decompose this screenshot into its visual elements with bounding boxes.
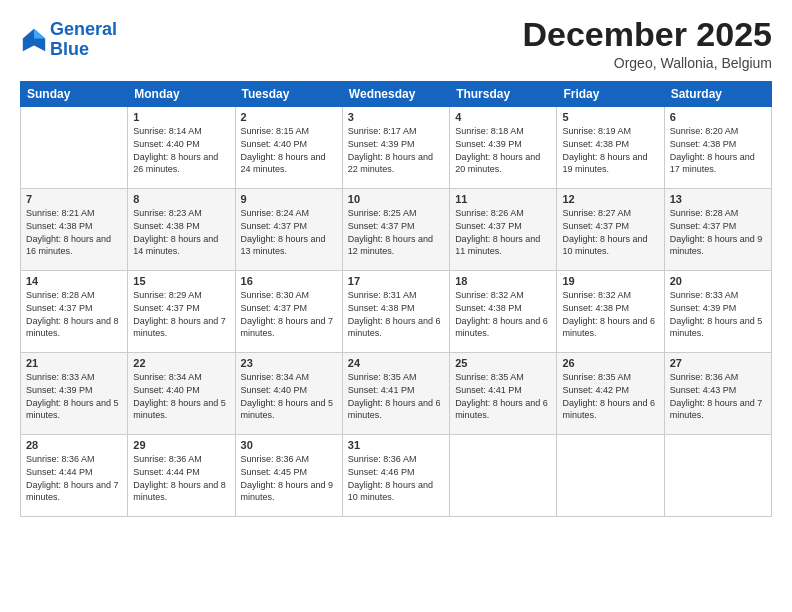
cell-w2-d6: 20Sunrise: 8:33 AMSunset: 4:39 PMDayligh… xyxy=(664,271,771,353)
cell-info: Sunrise: 8:36 AMSunset: 4:45 PMDaylight:… xyxy=(241,453,337,503)
cell-w2-d1: 15Sunrise: 8:29 AMSunset: 4:37 PMDayligh… xyxy=(128,271,235,353)
cell-info: Sunrise: 8:29 AMSunset: 4:37 PMDaylight:… xyxy=(133,289,229,339)
month-title: December 2025 xyxy=(522,16,772,53)
day-number: 6 xyxy=(670,111,766,123)
day-number: 10 xyxy=(348,193,444,205)
day-number: 18 xyxy=(455,275,551,287)
week-row-1: 7Sunrise: 8:21 AMSunset: 4:38 PMDaylight… xyxy=(21,189,772,271)
cell-info: Sunrise: 8:35 AMSunset: 4:41 PMDaylight:… xyxy=(348,371,444,421)
logo-line2: Blue xyxy=(50,39,89,59)
day-number: 12 xyxy=(562,193,658,205)
cell-info: Sunrise: 8:34 AMSunset: 4:40 PMDaylight:… xyxy=(241,371,337,421)
location-subtitle: Orgeo, Wallonia, Belgium xyxy=(522,55,772,71)
day-number: 28 xyxy=(26,439,122,451)
cell-info: Sunrise: 8:36 AMSunset: 4:43 PMDaylight:… xyxy=(670,371,766,421)
cell-w0-d2: 2Sunrise: 8:15 AMSunset: 4:40 PMDaylight… xyxy=(235,107,342,189)
cell-w1-d0: 7Sunrise: 8:21 AMSunset: 4:38 PMDaylight… xyxy=(21,189,128,271)
day-number: 31 xyxy=(348,439,444,451)
cell-info: Sunrise: 8:17 AMSunset: 4:39 PMDaylight:… xyxy=(348,125,444,175)
cell-info: Sunrise: 8:19 AMSunset: 4:38 PMDaylight:… xyxy=(562,125,658,175)
cell-w3-d2: 23Sunrise: 8:34 AMSunset: 4:40 PMDayligh… xyxy=(235,353,342,435)
cell-w1-d5: 12Sunrise: 8:27 AMSunset: 4:37 PMDayligh… xyxy=(557,189,664,271)
cell-info: Sunrise: 8:35 AMSunset: 4:41 PMDaylight:… xyxy=(455,371,551,421)
day-number: 22 xyxy=(133,357,229,369)
cell-info: Sunrise: 8:28 AMSunset: 4:37 PMDaylight:… xyxy=(670,207,766,257)
day-number: 29 xyxy=(133,439,229,451)
page: General Blue December 2025 Orgeo, Wallon… xyxy=(0,0,792,612)
cell-info: Sunrise: 8:27 AMSunset: 4:37 PMDaylight:… xyxy=(562,207,658,257)
day-number: 19 xyxy=(562,275,658,287)
day-number: 23 xyxy=(241,357,337,369)
header-row: Sunday Monday Tuesday Wednesday Thursday… xyxy=(21,82,772,107)
cell-w4-d4 xyxy=(450,435,557,517)
cell-w3-d1: 22Sunrise: 8:34 AMSunset: 4:40 PMDayligh… xyxy=(128,353,235,435)
day-number: 9 xyxy=(241,193,337,205)
cell-w4-d5 xyxy=(557,435,664,517)
th-sunday: Sunday xyxy=(21,82,128,107)
cell-info: Sunrise: 8:18 AMSunset: 4:39 PMDaylight:… xyxy=(455,125,551,175)
day-number: 24 xyxy=(348,357,444,369)
day-number: 13 xyxy=(670,193,766,205)
cell-w1-d4: 11Sunrise: 8:26 AMSunset: 4:37 PMDayligh… xyxy=(450,189,557,271)
cell-info: Sunrise: 8:14 AMSunset: 4:40 PMDaylight:… xyxy=(133,125,229,175)
cell-w0-d1: 1Sunrise: 8:14 AMSunset: 4:40 PMDaylight… xyxy=(128,107,235,189)
cell-w0-d4: 4Sunrise: 8:18 AMSunset: 4:39 PMDaylight… xyxy=(450,107,557,189)
day-number: 25 xyxy=(455,357,551,369)
cell-w2-d2: 16Sunrise: 8:30 AMSunset: 4:37 PMDayligh… xyxy=(235,271,342,353)
day-number: 21 xyxy=(26,357,122,369)
cell-info: Sunrise: 8:21 AMSunset: 4:38 PMDaylight:… xyxy=(26,207,122,257)
logo-text: General Blue xyxy=(50,20,117,60)
cell-w1-d1: 8Sunrise: 8:23 AMSunset: 4:38 PMDaylight… xyxy=(128,189,235,271)
day-number: 14 xyxy=(26,275,122,287)
logo: General Blue xyxy=(20,20,117,60)
cell-w3-d6: 27Sunrise: 8:36 AMSunset: 4:43 PMDayligh… xyxy=(664,353,771,435)
cell-info: Sunrise: 8:15 AMSunset: 4:40 PMDaylight:… xyxy=(241,125,337,175)
day-number: 16 xyxy=(241,275,337,287)
cell-info: Sunrise: 8:33 AMSunset: 4:39 PMDaylight:… xyxy=(670,289,766,339)
cell-info: Sunrise: 8:36 AMSunset: 4:46 PMDaylight:… xyxy=(348,453,444,503)
cell-w1-d3: 10Sunrise: 8:25 AMSunset: 4:37 PMDayligh… xyxy=(342,189,449,271)
cell-w0-d5: 5Sunrise: 8:19 AMSunset: 4:38 PMDaylight… xyxy=(557,107,664,189)
cell-w4-d2: 30Sunrise: 8:36 AMSunset: 4:45 PMDayligh… xyxy=(235,435,342,517)
cell-w2-d3: 17Sunrise: 8:31 AMSunset: 4:38 PMDayligh… xyxy=(342,271,449,353)
logo-icon xyxy=(20,26,48,54)
cell-w4-d1: 29Sunrise: 8:36 AMSunset: 4:44 PMDayligh… xyxy=(128,435,235,517)
cell-info: Sunrise: 8:23 AMSunset: 4:38 PMDaylight:… xyxy=(133,207,229,257)
cell-w4-d6 xyxy=(664,435,771,517)
day-number: 15 xyxy=(133,275,229,287)
th-thursday: Thursday xyxy=(450,82,557,107)
day-number: 27 xyxy=(670,357,766,369)
day-number: 17 xyxy=(348,275,444,287)
th-monday: Monday xyxy=(128,82,235,107)
day-number: 1 xyxy=(133,111,229,123)
week-row-3: 21Sunrise: 8:33 AMSunset: 4:39 PMDayligh… xyxy=(21,353,772,435)
cell-w0-d0 xyxy=(21,107,128,189)
day-number: 4 xyxy=(455,111,551,123)
cell-w2-d5: 19Sunrise: 8:32 AMSunset: 4:38 PMDayligh… xyxy=(557,271,664,353)
calendar-table: Sunday Monday Tuesday Wednesday Thursday… xyxy=(20,81,772,517)
cell-w3-d5: 26Sunrise: 8:35 AMSunset: 4:42 PMDayligh… xyxy=(557,353,664,435)
cell-w2-d4: 18Sunrise: 8:32 AMSunset: 4:38 PMDayligh… xyxy=(450,271,557,353)
header: General Blue December 2025 Orgeo, Wallon… xyxy=(20,16,772,71)
week-row-2: 14Sunrise: 8:28 AMSunset: 4:37 PMDayligh… xyxy=(21,271,772,353)
cell-w0-d6: 6Sunrise: 8:20 AMSunset: 4:38 PMDaylight… xyxy=(664,107,771,189)
week-row-4: 28Sunrise: 8:36 AMSunset: 4:44 PMDayligh… xyxy=(21,435,772,517)
day-number: 30 xyxy=(241,439,337,451)
th-tuesday: Tuesday xyxy=(235,82,342,107)
cell-info: Sunrise: 8:25 AMSunset: 4:37 PMDaylight:… xyxy=(348,207,444,257)
cell-info: Sunrise: 8:28 AMSunset: 4:37 PMDaylight:… xyxy=(26,289,122,339)
day-number: 20 xyxy=(670,275,766,287)
day-number: 11 xyxy=(455,193,551,205)
th-wednesday: Wednesday xyxy=(342,82,449,107)
svg-marker-1 xyxy=(34,29,45,39)
week-row-0: 1Sunrise: 8:14 AMSunset: 4:40 PMDaylight… xyxy=(21,107,772,189)
cell-info: Sunrise: 8:35 AMSunset: 4:42 PMDaylight:… xyxy=(562,371,658,421)
cell-info: Sunrise: 8:30 AMSunset: 4:37 PMDaylight:… xyxy=(241,289,337,339)
cell-w2-d0: 14Sunrise: 8:28 AMSunset: 4:37 PMDayligh… xyxy=(21,271,128,353)
logo-line1: General xyxy=(50,19,117,39)
th-friday: Friday xyxy=(557,82,664,107)
cell-w4-d3: 31Sunrise: 8:36 AMSunset: 4:46 PMDayligh… xyxy=(342,435,449,517)
cell-info: Sunrise: 8:36 AMSunset: 4:44 PMDaylight:… xyxy=(133,453,229,503)
day-number: 5 xyxy=(562,111,658,123)
cell-info: Sunrise: 8:33 AMSunset: 4:39 PMDaylight:… xyxy=(26,371,122,421)
